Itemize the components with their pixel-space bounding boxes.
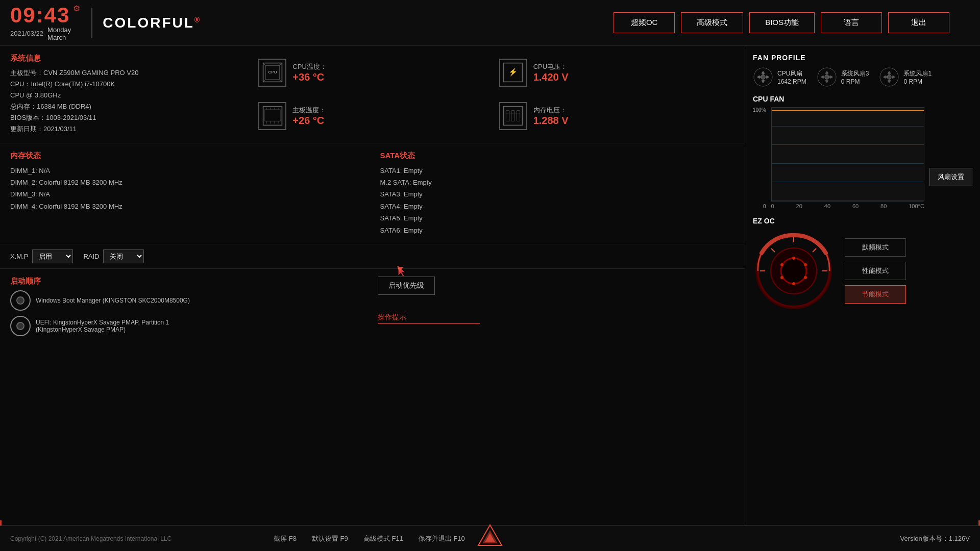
memory-title: 内存状态 bbox=[10, 151, 365, 161]
shortcut-save-exit: 保存并退出 F10 bbox=[419, 534, 465, 543]
mem-voltage-icon bbox=[499, 102, 527, 130]
mb-temp-info: 主板温度： +26 °C bbox=[292, 106, 326, 127]
default-mode-button[interactable]: 默频模式 bbox=[845, 238, 906, 257]
xmp-label: X.M.P bbox=[10, 253, 28, 260]
system-info-section: 系统信息 主板型号：CVN Z590M GAMING PRO V20 CPU：I… bbox=[0, 46, 745, 143]
shortcut-default: 默认设置 F9 bbox=[312, 534, 348, 543]
svg-rect-11 bbox=[264, 110, 281, 121]
system-info-text: 系统信息 主板型号：CVN Z590M GAMING PRO V20 CPU：I… bbox=[10, 54, 248, 135]
x-label-60: 60 bbox=[852, 203, 859, 209]
oc-buttons: 默频模式 性能模式 节能模式 bbox=[845, 238, 906, 304]
performance-mode-button[interactable]: 性能模式 bbox=[845, 262, 906, 280]
mem-voltage-label: 内存电压： bbox=[533, 106, 569, 115]
boot-left: 启动顺序 Windows Boot Manager (KINGSTON SKC2… bbox=[10, 277, 368, 518]
advanced-mode-button[interactable]: 高级模式 bbox=[681, 12, 743, 33]
mb-temp-metric: 主板温度： +26 °C bbox=[258, 102, 494, 130]
gear-icon: ⚙ bbox=[73, 4, 80, 13]
sata4-info: SATA4: Empty bbox=[380, 201, 735, 212]
cpu-fan-icon bbox=[753, 67, 773, 87]
sata6-info: SATA6: Empty bbox=[380, 224, 735, 236]
main-content: 系统信息 主板型号：CVN Z590M GAMING PRO V20 CPU：I… bbox=[0, 46, 980, 525]
header: 09:43 ⚙ 2021/03/22 Monday March COLORFUL… bbox=[0, 0, 980, 46]
sata2-info: M.2 SATA: Empty bbox=[380, 177, 735, 188]
grid-line-80 bbox=[772, 144, 924, 145]
mem-voltage-metric: 内存电压： 1.288 V bbox=[499, 102, 734, 130]
svg-rect-21 bbox=[506, 111, 509, 121]
oc-button[interactable]: 超频OC bbox=[614, 12, 675, 33]
cpu-voltage-value: 1.420 V bbox=[533, 71, 569, 83]
svg-rect-10 bbox=[263, 107, 282, 126]
cpu-fan-name: CPU风扇 bbox=[777, 69, 806, 78]
sys-fan1-info: 系统风扇1 0 RPM bbox=[903, 69, 932, 85]
exit-button[interactable]: 退出 bbox=[888, 12, 949, 33]
sata-title: SATA状态 bbox=[380, 151, 735, 161]
footer-version: Version版本号：1.126V bbox=[900, 534, 970, 543]
svg-line-41 bbox=[771, 248, 775, 252]
cpu-temp-metric: CPU CPU温度： +36 °C bbox=[258, 59, 494, 87]
svg-line-43 bbox=[813, 248, 816, 252]
chart-x-labels: 0 20 40 60 80 100°C bbox=[771, 202, 924, 209]
svg-point-34 bbox=[792, 257, 795, 260]
memory-status-section: 内存状态 DIMM_1: N/A DIMM_2: Colorful 8192 M… bbox=[10, 151, 365, 236]
fan-curve-line bbox=[772, 110, 924, 111]
svg-point-26 bbox=[761, 75, 765, 79]
footer: Copyright (C) 2021 American Megatrends I… bbox=[0, 525, 980, 551]
svg-point-30 bbox=[887, 75, 891, 79]
boot-right: 启动优先级 操作提示 bbox=[378, 277, 735, 518]
motherboard-info: 主板型号：CVN Z590M GAMING PRO V20 bbox=[10, 67, 248, 79]
mem-sata-section: 内存状态 DIMM_1: N/A DIMM_2: Colorful 8192 M… bbox=[0, 143, 745, 244]
cpu-voltage-icon: ⚡ bbox=[499, 59, 527, 87]
svg-rect-22 bbox=[511, 111, 514, 121]
bios-version-info: BIOS版本：1003-2021/03/11 bbox=[10, 112, 248, 123]
xmp-select[interactable]: 启用 关闭 bbox=[32, 249, 73, 263]
bios-button[interactable]: BIOS功能 bbox=[749, 12, 815, 33]
cpu-fan-item: CPU风扇 1642 RPM bbox=[753, 67, 806, 87]
right-panel: FAN PROFILE CP bbox=[745, 46, 980, 525]
cpu-fan-info: CPU风扇 1642 RPM bbox=[777, 69, 806, 85]
grid-line-40 bbox=[772, 182, 924, 182]
boot-item-2: UEFI: KingstonHyperX Savage PMAP, Partit… bbox=[10, 316, 368, 336]
cpu-voltage-metric: ⚡ CPU电压： 1.420 V bbox=[499, 59, 734, 87]
x-label-20: 20 bbox=[796, 203, 802, 209]
chart-container: 100% 0 bbox=[753, 107, 972, 209]
svg-point-35 bbox=[804, 263, 807, 266]
x-label-80: 80 bbox=[880, 203, 887, 209]
ez-oc-title: EZ OC bbox=[753, 217, 972, 225]
cpu-temp-label: CPU温度： bbox=[292, 62, 326, 71]
raid-select[interactable]: 关闭 开启 bbox=[103, 249, 144, 263]
boot-title: 启动顺序 bbox=[10, 277, 368, 286]
memory-info: 总内存：16384 MB (DDR4) bbox=[10, 101, 248, 112]
boot-item-1: Windows Boot Manager (KINGSTON SKC2000M8… bbox=[10, 290, 368, 311]
cpu-fan-title: CPU FAN bbox=[753, 95, 972, 103]
metrics-area: CPU CPU温度： +36 °C bbox=[258, 54, 734, 135]
svg-point-37 bbox=[792, 282, 795, 285]
sata5-info: SATA5: Empty bbox=[380, 212, 735, 224]
sys-fan3-name: 系统风扇3 bbox=[841, 69, 869, 78]
clock-area: 09:43 ⚙ 2021/03/22 Monday March bbox=[10, 5, 71, 41]
grid-line-20 bbox=[772, 201, 924, 201]
raid-label: RAID bbox=[83, 253, 99, 260]
language-button[interactable]: 语言 bbox=[821, 12, 882, 33]
ez-oc-content: 默频模式 性能模式 节能模式 bbox=[753, 230, 972, 312]
eco-mode-button[interactable]: 节能模式 bbox=[845, 285, 906, 304]
mem-voltage-value: 1.288 V bbox=[533, 115, 569, 127]
svg-rect-23 bbox=[517, 111, 520, 121]
fan-settings-button[interactable]: 风扇设置 bbox=[929, 168, 972, 186]
x-label-0: 0 bbox=[771, 203, 774, 209]
fan-items: CPU风扇 1642 RPM bbox=[753, 67, 972, 87]
cpu-temp-info: CPU温度： +36 °C bbox=[292, 62, 326, 83]
sys-fan1-item: 系统风扇1 0 RPM bbox=[879, 67, 932, 87]
cpu-freq-info: CPU @ 3.80GHz bbox=[10, 90, 248, 101]
footer-copyright: Copyright (C) 2021 American Megatrends I… bbox=[10, 535, 172, 542]
mb-temp-value: +26 °C bbox=[292, 115, 326, 127]
sata3-info: SATA3: Empty bbox=[380, 188, 735, 200]
cpu-temp-value: +36 °C bbox=[292, 71, 326, 83]
update-date-info: 更新日期：2021/03/11 bbox=[10, 123, 248, 135]
system-info-title: 系统信息 bbox=[10, 54, 248, 63]
sys-fan1-icon bbox=[879, 67, 899, 87]
x-label-100: 100°C bbox=[909, 203, 924, 209]
boot-priority-button[interactable]: 启动优先级 bbox=[378, 277, 435, 295]
svg-text:⚡: ⚡ bbox=[508, 67, 518, 77]
mb-temp-icon bbox=[258, 102, 286, 130]
dropdowns-row: X.M.P 启用 关闭 RAID 关闭 开启 bbox=[0, 244, 745, 269]
